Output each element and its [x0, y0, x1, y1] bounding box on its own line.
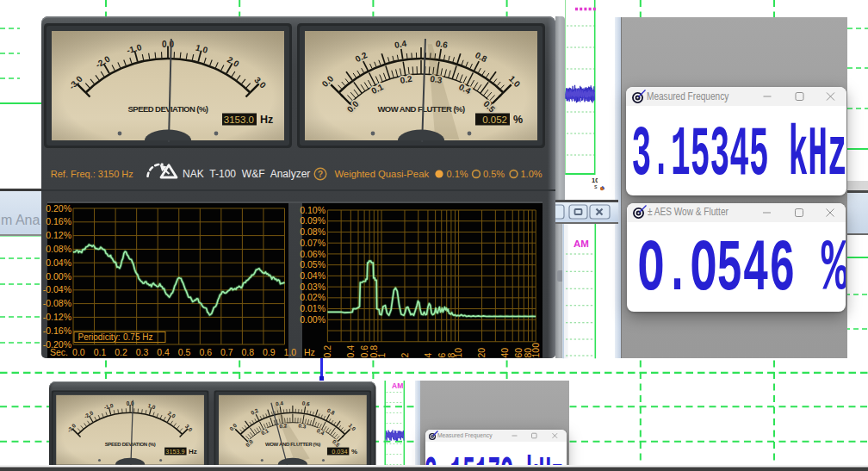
svg-text:0.08%: 0.08% — [300, 226, 326, 237]
svg-text:0.2: 0.2 — [322, 345, 332, 358]
svg-text:0.4: 0.4 — [345, 345, 356, 358]
svg-text:%: % — [351, 448, 357, 456]
svg-text:0.12%: 0.12% — [46, 230, 71, 240]
svg-text:0.00%: 0.00% — [46, 271, 71, 282]
svg-text:100: 100 — [530, 343, 541, 358]
svg-text:AM: AM — [392, 381, 403, 389]
svg-text:0.0: 0.0 — [162, 40, 174, 49]
svg-text:0.0: 0.0 — [72, 347, 85, 357]
svg-text:2: 2 — [400, 353, 410, 358]
svg-text:0.07%: 0.07% — [300, 238, 326, 248]
svg-text:1.0: 1.0 — [284, 347, 297, 357]
svg-text:20: 20 — [476, 348, 487, 358]
svg-text:4: 4 — [423, 353, 433, 358]
svg-text:0.1%: 0.1% — [447, 169, 468, 179]
svg-text:0.5%: 0.5% — [483, 169, 505, 179]
svg-text:Periodicity:: Periodicity: — [78, 332, 121, 342]
svg-text:SPEED DEVIATION (%): SPEED DEVIATION (%) — [128, 104, 208, 114]
svg-text:AM: AM — [574, 239, 589, 249]
svg-text:0.052: 0.052 — [482, 115, 507, 125]
svg-text:-0.16%: -0.16% — [43, 325, 71, 336]
svg-text:6: 6 — [437, 353, 447, 358]
svg-text:?: ? — [318, 169, 323, 179]
svg-text:-0.04%: -0.04% — [43, 284, 71, 294]
svg-text:3153.0: 3153.0 — [224, 115, 254, 125]
svg-text:0.1: 0.1 — [94, 347, 107, 357]
svg-text:0.4: 0.4 — [394, 39, 407, 50]
svg-text:0.6: 0.6 — [301, 400, 310, 406]
svg-text:%: % — [513, 114, 523, 126]
svg-text:0.5: 0.5 — [178, 347, 191, 357]
svg-text:0.01%: 0.01% — [300, 303, 326, 313]
svg-text:0.20%: 0.20% — [46, 203, 71, 214]
svg-text:0.9: 0.9 — [263, 347, 276, 357]
svg-text:0.3: 0.3 — [298, 422, 307, 429]
svg-text:0.034: 0.034 — [332, 447, 347, 455]
svg-text:Hz: Hz — [189, 448, 197, 456]
svg-text:60: 60 — [513, 348, 524, 358]
svg-text:0.04%: 0.04% — [46, 257, 71, 268]
svg-text:0.09%: 0.09% — [300, 215, 326, 226]
svg-text:0.05%: 0.05% — [300, 259, 326, 270]
svg-text:Hz: Hz — [260, 114, 273, 126]
svg-text:1.0%: 1.0% — [521, 169, 542, 179]
svg-text:0.3: 0.3 — [136, 347, 149, 357]
svg-text:0.75 Hz: 0.75 Hz — [123, 332, 152, 342]
svg-text:1: 1 — [376, 353, 387, 358]
svg-text:0.06%: 0.06% — [300, 249, 326, 259]
svg-text:SPEED DEVIATION (%): SPEED DEVIATION (%) — [105, 442, 156, 447]
svg-text:10: 10 — [453, 348, 463, 358]
svg-text:0.16%: 0.16% — [46, 216, 71, 226]
svg-text:40: 40 — [499, 348, 510, 358]
svg-text:0.02%: 0.02% — [300, 292, 326, 302]
svg-text:0.6: 0.6 — [199, 347, 212, 357]
svg-text:WOW AND FLUTTER (%): WOW AND FLUTTER (%) — [377, 104, 464, 114]
svg-text:-0.12%: -0.12% — [43, 312, 71, 322]
svg-text:0.2: 0.2 — [115, 347, 127, 357]
svg-text:s: s — [594, 183, 598, 189]
svg-text:3153.9: 3153.9 — [165, 447, 184, 455]
svg-text:0.2: 0.2 — [400, 74, 413, 85]
svg-text:0.8: 0.8 — [241, 347, 254, 357]
svg-text:0.00%: 0.00% — [300, 314, 326, 325]
svg-text:0.04%: 0.04% — [300, 270, 326, 281]
svg-text:0.03%: 0.03% — [300, 282, 326, 292]
svg-text:0.10%: 0.10% — [300, 205, 326, 215]
svg-text:0.6: 0.6 — [359, 345, 369, 358]
svg-text:Sec.: Sec. — [50, 347, 68, 357]
svg-text:-0.08%: -0.08% — [43, 298, 71, 308]
svg-text:0.08%: 0.08% — [46, 244, 71, 254]
svg-text:Hz: Hz — [304, 347, 315, 357]
svg-text:0.7: 0.7 — [220, 347, 233, 357]
svg-text:0.6: 0.6 — [435, 39, 449, 50]
svg-text:0.4: 0.4 — [157, 347, 170, 357]
